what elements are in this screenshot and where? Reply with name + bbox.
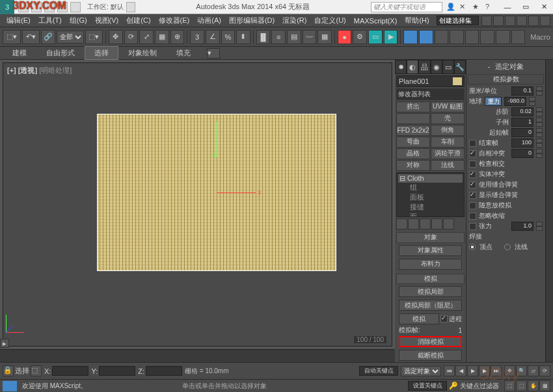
gravity-label[interactable]: 重力 bbox=[485, 97, 502, 106]
goto-end-button[interactable]: ⏭ bbox=[491, 365, 502, 376]
tb-curve-icon[interactable]: 〰 bbox=[303, 30, 317, 44]
script-listener-icon[interactable] bbox=[3, 381, 17, 391]
cmd-tab-create[interactable]: ✹ bbox=[395, 60, 407, 74]
subtab-自由形式[interactable]: 自由形式 bbox=[36, 46, 85, 60]
weld-normal-radio[interactable] bbox=[504, 244, 511, 250]
nav-hand-icon[interactable]: ✋ bbox=[528, 380, 539, 391]
viewport-label[interactable]: [+] [透视] [明暗处理] bbox=[7, 66, 72, 75]
cmd-tab-display[interactable]: ▭ bbox=[442, 60, 454, 74]
menu-icon-6[interactable] bbox=[540, 16, 550, 26]
sewspring-checkbox[interactable] bbox=[469, 181, 476, 189]
tb-selwin-icon[interactable]: ⬚▾ bbox=[85, 30, 103, 44]
menu-item[interactable]: 帮助(H) bbox=[401, 14, 433, 27]
stack-config-icon[interactable] bbox=[443, 218, 454, 229]
autokey-button[interactable]: 自动关键点 bbox=[359, 366, 398, 376]
sim-local-button[interactable]: 模拟局部 bbox=[399, 286, 462, 297]
sel-obj-minus[interactable]: - bbox=[488, 62, 491, 70]
start-value[interactable]: 0 bbox=[511, 128, 533, 137]
modifier-button[interactable]: FFD 2x2x2 bbox=[396, 125, 430, 136]
tb-x8-icon[interactable] bbox=[511, 30, 526, 44]
keymode-select[interactable]: 选定对象 bbox=[401, 366, 441, 376]
workspace-dropdown[interactable] bbox=[126, 2, 135, 12]
stack-item[interactable]: 接缝 bbox=[398, 202, 463, 212]
nav-zoomall-icon[interactable]: ⬚ bbox=[516, 380, 527, 391]
sim-local-damp-button[interactable]: 模拟局部（阻尼） bbox=[399, 300, 462, 311]
minimize-button[interactable]: — bbox=[498, 0, 517, 14]
modifier-button[interactable]: 对称 bbox=[396, 160, 430, 171]
erase-sim-button[interactable]: 消除模拟 bbox=[399, 336, 462, 347]
menu-item[interactable]: 视图(V) bbox=[91, 14, 123, 27]
modifier-button[interactable]: 车削 bbox=[431, 137, 465, 148]
weld-vertex-radio[interactable] bbox=[469, 244, 476, 250]
tb-x7-icon[interactable] bbox=[496, 30, 510, 44]
shrink-checkbox[interactable] bbox=[469, 213, 476, 220]
progress-checkbox[interactable] bbox=[440, 315, 448, 322]
modifier-button[interactable]: 涡轮平滑 bbox=[431, 148, 465, 159]
object-name-field[interactable]: Plane001 bbox=[396, 75, 465, 87]
modifier-button[interactable]: 弯曲 bbox=[396, 137, 430, 148]
help-search-input[interactable]: 键入关键字或短语 bbox=[371, 2, 442, 12]
modifier-button[interactable] bbox=[396, 113, 430, 124]
tb-layer-icon[interactable]: ▤ bbox=[287, 30, 301, 44]
modifier-list-dropdown[interactable]: 修改器列表 bbox=[396, 88, 465, 100]
step-spinner[interactable] bbox=[536, 107, 543, 116]
tension-spinner[interactable] bbox=[536, 222, 543, 231]
simulate-button[interactable]: 模拟 bbox=[399, 313, 439, 324]
tb-x5-icon[interactable] bbox=[465, 30, 479, 44]
menu-item[interactable]: MAXScript(X) bbox=[350, 16, 401, 26]
help-icon[interactable]: ? bbox=[485, 3, 494, 12]
gizmo-z-axis[interactable] bbox=[217, 122, 217, 157]
sub-value[interactable]: 1 bbox=[511, 118, 533, 127]
unit-spinner[interactable] bbox=[536, 86, 543, 96]
subtab-建模[interactable]: 建模 bbox=[3, 46, 36, 60]
rollout-sim-header[interactable]: 模拟 bbox=[396, 274, 465, 285]
tb-x4-icon[interactable] bbox=[450, 30, 464, 44]
stack-item[interactable]: ⊟ Cloth bbox=[398, 174, 463, 183]
modifier-button[interactable]: 倒角 bbox=[431, 125, 465, 136]
tb-move-icon[interactable]: ✥ bbox=[109, 30, 123, 44]
modifier-button[interactable]: 晶格 bbox=[396, 148, 430, 159]
favorites-icon[interactable]: ★ bbox=[472, 3, 481, 12]
subtab-选择[interactable]: 选择 bbox=[85, 46, 118, 60]
menu-item[interactable]: 编辑(E) bbox=[3, 14, 34, 27]
subtab-对象绘制[interactable]: 对象绘制 bbox=[118, 46, 167, 60]
endframe-checkbox[interactable] bbox=[469, 140, 476, 147]
selfcol-spinner[interactable] bbox=[536, 149, 543, 158]
stack-item[interactable]: 面板 bbox=[398, 192, 463, 202]
randomsim-checkbox[interactable] bbox=[469, 202, 476, 209]
tb-pctsnap-icon[interactable]: % bbox=[221, 30, 236, 44]
sub-spinner[interactable] bbox=[536, 118, 543, 127]
subtab-填充[interactable]: 填充 bbox=[167, 46, 200, 60]
showspring-checkbox[interactable] bbox=[469, 192, 476, 199]
coord-z-field[interactable] bbox=[146, 366, 182, 376]
prev-frame-button[interactable]: ◀ bbox=[455, 365, 466, 376]
tb-x1-icon[interactable] bbox=[403, 30, 418, 44]
modifier-stack[interactable]: ⊟ Cloth组面板接缝面Plane bbox=[396, 172, 465, 217]
tb-x2-icon[interactable] bbox=[419, 30, 433, 44]
tb-rendered-frame-icon[interactable]: ▭ bbox=[368, 30, 383, 44]
selfcol-value[interactable]: 0 bbox=[511, 149, 533, 158]
tb-schematic-icon[interactable]: ▦ bbox=[317, 30, 332, 44]
qat-undo-icon[interactable] bbox=[57, 2, 68, 12]
nav-fov-icon[interactable]: ▱ bbox=[528, 365, 539, 376]
menu-item[interactable]: 渲染(R) bbox=[278, 14, 310, 27]
subtab-dropdown[interactable]: ▾ bbox=[207, 48, 220, 59]
keyfilter-label[interactable]: 关键点过滤器 bbox=[460, 382, 499, 391]
gizmo-x-axis[interactable] bbox=[217, 192, 256, 193]
menu-item[interactable]: 修改器(E) bbox=[155, 14, 194, 27]
viewport-expand-button[interactable]: ▸ bbox=[0, 339, 9, 348]
object-properties-button[interactable]: 对象属性 bbox=[399, 245, 462, 256]
key-icon[interactable]: 🔑 bbox=[449, 382, 458, 390]
tb-scale-icon[interactable]: ⤢ bbox=[139, 30, 154, 44]
cmd-tab-modify[interactable]: ◐ bbox=[407, 60, 418, 74]
step-value[interactable]: 0.02 bbox=[511, 107, 533, 116]
rollout-object-header[interactable]: 对象 bbox=[396, 232, 465, 243]
cmd-tab-hierarchy[interactable]: 品 bbox=[418, 60, 430, 74]
menu-icon-5[interactable] bbox=[528, 16, 539, 26]
modifier-button[interactable]: UVW 贴图 bbox=[431, 101, 465, 112]
scene-plane-object[interactable] bbox=[97, 114, 336, 271]
endframe-spinner[interactable] bbox=[536, 138, 543, 148]
tb-x3-icon[interactable] bbox=[435, 30, 449, 44]
nav-pan-icon[interactable]: ✥ bbox=[504, 365, 515, 376]
goto-start-button[interactable]: ⏮ bbox=[444, 365, 455, 376]
